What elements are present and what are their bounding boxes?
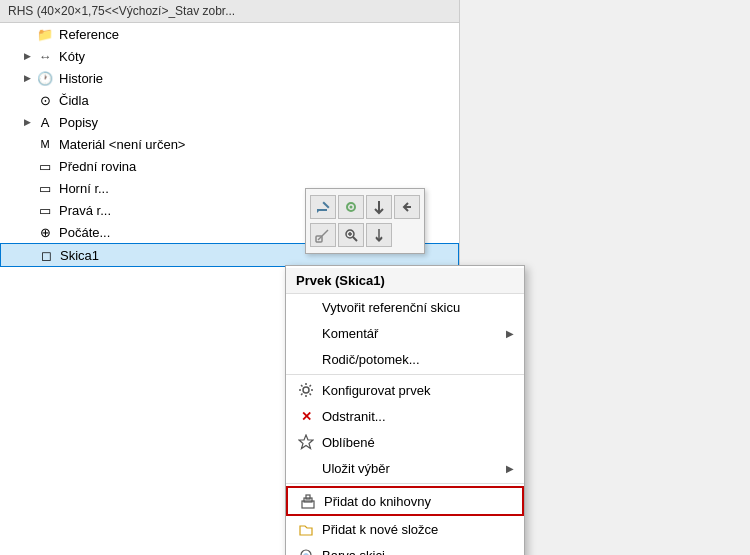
plane-icon-horni: ▭ <box>36 180 54 196</box>
tree-label-koty: Kóty <box>59 49 85 64</box>
context-menu-header: Prvek (Skica1) <box>286 268 524 294</box>
ctx-delete[interactable]: ✕ Odstranit... <box>286 403 524 429</box>
mini-toolbar <box>305 188 425 254</box>
ctx-separator-1 <box>286 374 524 375</box>
comment-arrow-icon: ▶ <box>506 328 514 339</box>
ctx-create-ref-sketch[interactable]: Vytvořit referenční skicu <box>286 294 524 320</box>
view-button[interactable] <box>338 195 364 219</box>
tree-arrow-predni <box>20 159 34 173</box>
tree-arrow-prava <box>20 203 34 217</box>
svg-marker-2 <box>317 211 319 213</box>
ctx-sketch-color[interactable]: Barva skici <box>286 542 524 555</box>
tree-item-predni-rovina[interactable]: ▭ Přední rovina <box>0 155 459 177</box>
ctx-label-add-to-library: Přidat do knihovny <box>324 494 431 509</box>
add-to-library-icon <box>298 492 318 510</box>
ctx-label-comment: Komentář <box>322 326 378 341</box>
sketch-icon: ◻ <box>37 247 55 263</box>
svg-rect-0 <box>317 209 327 211</box>
tree-title: RHS (40×20×1,75<<Výchozí>_Stav zobr... <box>0 0 459 23</box>
tree-item-popisy[interactable]: ▶ A Popisy <box>0 111 459 133</box>
sketch-color-icon <box>296 546 316 555</box>
svg-line-7 <box>318 230 328 240</box>
link-button[interactable] <box>310 223 336 247</box>
create-ref-sketch-icon <box>296 298 316 316</box>
favorites-icon <box>296 433 316 451</box>
ctx-label-delete: Odstranit... <box>322 409 386 424</box>
plane-icon-predni: ▭ <box>36 158 54 174</box>
history-icon: 🕐 <box>36 70 54 86</box>
tree-label-cidla: Čidla <box>59 93 89 108</box>
tree-item-cidla[interactable]: ⊙ Čidla <box>0 89 459 111</box>
ctx-label-configure: Konfigurovat prvek <box>322 383 430 398</box>
tree-label-reference: Reference <box>59 27 119 42</box>
material-icon: M <box>36 136 54 152</box>
tree-label-horni: Horní r... <box>59 181 109 196</box>
tree-arrow-pocatek <box>20 225 34 239</box>
ctx-configure[interactable]: Konfigurovat prvek <box>286 377 524 403</box>
ctx-separator-2 <box>286 483 524 484</box>
tree-label-prava: Pravá r... <box>59 203 111 218</box>
tree-arrow-horni <box>20 181 34 195</box>
back-button[interactable] <box>394 195 420 219</box>
zoom-button[interactable] <box>338 223 364 247</box>
ctx-label-add-to-folder: Přidat k nové složce <box>322 522 438 537</box>
svg-line-10 <box>353 237 357 241</box>
tree-label-skica1: Skica1 <box>60 248 99 263</box>
origin-icon: ⊕ <box>36 224 54 240</box>
tree-label-material: Materiál <není určen> <box>59 137 185 152</box>
text-icon: A <box>36 114 54 130</box>
tree-item-koty[interactable]: ▶ ↔ Kóty <box>0 45 459 67</box>
configure-icon <box>296 381 316 399</box>
dim-icon: ↔ <box>36 48 54 64</box>
tree-label-predni: Přední rovina <box>59 159 136 174</box>
svg-rect-1 <box>322 201 329 208</box>
delete-icon: ✕ <box>296 407 316 425</box>
folder-icon: 📁 <box>36 26 54 42</box>
tree-item-historie[interactable]: ▶ 🕐 Historie <box>0 67 459 89</box>
svg-point-13 <box>303 387 309 393</box>
edit-button[interactable] <box>310 195 336 219</box>
tree-arrow-popisy: ▶ <box>20 115 34 129</box>
plane-icon-prava: ▭ <box>36 202 54 218</box>
context-menu: Prvek (Skica1) Vytvořit referenční skicu… <box>285 265 525 555</box>
sensor-icon: ⊙ <box>36 92 54 108</box>
ctx-label-sketch-color: Barva skici <box>322 548 385 556</box>
tree-item-reference[interactable]: 📁 Reference <box>0 23 459 45</box>
ctx-comment[interactable]: Komentář ▶ <box>286 320 524 346</box>
tree-arrow-cidla <box>20 93 34 107</box>
save-selection-icon <box>296 459 316 477</box>
tree-arrow-koty: ▶ <box>20 49 34 63</box>
sort-button[interactable] <box>366 195 392 219</box>
ctx-label-create-ref-sketch: Vytvořit referenční skicu <box>322 300 460 315</box>
tree-label-historie: Historie <box>59 71 103 86</box>
add-to-folder-icon <box>296 520 316 538</box>
ctx-label-save-selection: Uložit výběr <box>322 461 390 476</box>
tree-arrow <box>20 27 34 41</box>
comment-icon <box>296 324 316 342</box>
tree-label-pocatek: Počáte... <box>59 225 110 240</box>
tree-label-popisy: Popisy <box>59 115 98 130</box>
ctx-add-to-library[interactable]: Přidat do knihovny <box>286 486 524 516</box>
svg-point-4 <box>350 206 353 209</box>
ctx-save-selection[interactable]: Uložit výběr ▶ <box>286 455 524 481</box>
ctx-add-to-folder[interactable]: Přidat k nové složce <box>286 516 524 542</box>
mini-toolbar-row1 <box>310 193 420 221</box>
ctx-label-favorites: Oblíbené <box>322 435 375 450</box>
tree-item-material[interactable]: M Materiál <není určen> <box>0 133 459 155</box>
parent-child-icon <box>296 350 316 368</box>
tree-arrow-historie: ▶ <box>20 71 34 85</box>
ctx-favorites[interactable]: Oblíbené <box>286 429 524 455</box>
save-selection-arrow-icon: ▶ <box>506 463 514 474</box>
tree-arrow-material <box>20 137 34 151</box>
ctx-parent-child[interactable]: Rodič/potomek... <box>286 346 524 372</box>
move-button[interactable] <box>366 223 392 247</box>
svg-marker-14 <box>299 435 313 449</box>
tree-arrow-skica <box>21 248 35 262</box>
mini-toolbar-row2 <box>310 221 420 249</box>
ctx-label-parent-child: Rodič/potomek... <box>322 352 420 367</box>
